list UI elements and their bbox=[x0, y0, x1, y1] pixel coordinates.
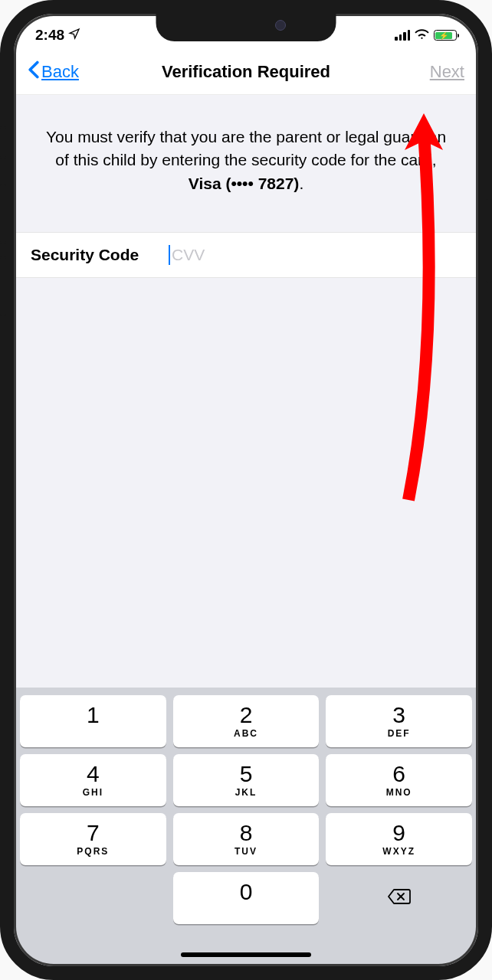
key-9[interactable]: 9WXYZ bbox=[326, 813, 472, 865]
key-6[interactable]: 6MNO bbox=[326, 754, 472, 806]
security-code-label: Security Code bbox=[31, 246, 169, 264]
security-code-input[interactable] bbox=[172, 246, 461, 264]
battery-icon: ⚡ bbox=[434, 30, 457, 41]
next-button[interactable]: Next bbox=[430, 62, 464, 82]
key-2[interactable]: 2ABC bbox=[173, 695, 320, 747]
chevron-left-icon bbox=[28, 60, 40, 83]
back-label: Back bbox=[41, 62, 79, 82]
side-button bbox=[0, 256, 6, 316]
key-7[interactable]: 7PQRS bbox=[20, 813, 166, 865]
backspace-icon bbox=[387, 887, 412, 909]
card-identifier: Visa (•••• 7827) bbox=[189, 175, 300, 192]
key-0[interactable]: 0 bbox=[173, 872, 320, 924]
text-cursor bbox=[169, 245, 170, 265]
side-button bbox=[486, 199, 492, 283]
key-blank bbox=[20, 872, 166, 924]
key-4[interactable]: 4GHI bbox=[20, 754, 166, 806]
key-1[interactable]: 1 bbox=[20, 695, 166, 747]
verification-instruction: You must verify that you are the parent … bbox=[14, 95, 478, 232]
key-5[interactable]: 5JKL bbox=[173, 754, 320, 806]
cellular-signal-icon bbox=[395, 30, 410, 41]
backspace-button[interactable] bbox=[326, 872, 472, 924]
location-icon bbox=[68, 27, 80, 44]
home-indicator[interactable] bbox=[181, 952, 311, 957]
front-camera bbox=[275, 20, 286, 31]
side-button bbox=[0, 184, 6, 243]
numeric-keyboard: 1 2ABC 3DEF 4GHI 5JKL 6MNO 7PQRS 8TUV 9W… bbox=[14, 688, 478, 966]
status-time: 2:48 bbox=[35, 27, 64, 44]
key-8[interactable]: 8TUV bbox=[173, 813, 320, 865]
side-button bbox=[0, 126, 6, 158]
back-button[interactable]: Back bbox=[28, 60, 79, 83]
wifi-icon bbox=[415, 28, 429, 42]
notch bbox=[156, 12, 336, 41]
nav-bar: Back Verification Required Next bbox=[14, 52, 478, 95]
page-title: Verification Required bbox=[162, 62, 330, 82]
key-3[interactable]: 3DEF bbox=[326, 695, 472, 747]
security-code-field[interactable]: Security Code bbox=[14, 232, 478, 278]
